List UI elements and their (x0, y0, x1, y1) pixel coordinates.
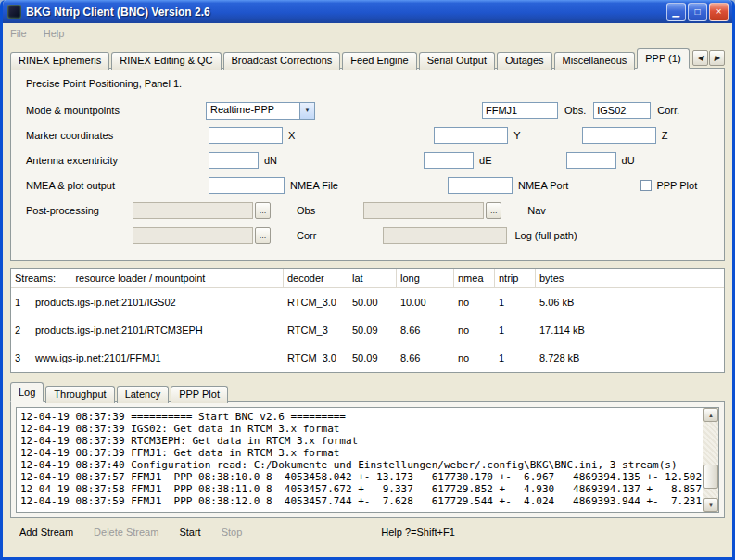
form-row-postprocessing-1: Post-processing ... Obs ... Nav (20, 201, 715, 220)
header-nmea: nmea (454, 269, 495, 288)
browse-obs-button[interactable]: ... (255, 202, 271, 219)
form-row-nmea: NMEA & plot output NMEA File NMEA Port P… (20, 176, 715, 195)
antenna-dn-field[interactable] (209, 152, 259, 169)
header-lat: lat (348, 269, 397, 288)
log-line: 12-04-19 08:37:40 Configuration read: C:… (20, 459, 699, 471)
nmea-port-label: NMEA Port (518, 180, 568, 191)
tab-ppp-1[interactable]: PPP (1) (637, 48, 689, 69)
nmea-file-field[interactable] (209, 177, 285, 194)
scrollbar-track[interactable] (703, 422, 718, 498)
scrollbar-thumb[interactable] (703, 465, 718, 489)
marker-z-field[interactable] (582, 127, 656, 144)
app-icon (7, 5, 21, 19)
post-corr-label: Corr (297, 230, 316, 241)
post-obs-field (133, 202, 253, 219)
title-bar: BKG Ntrip Client (BNC) Version 2.6 ▁ □ × (3, 0, 732, 23)
table-row[interactable]: 3 www.igs-ip.net:2101/FFMJ1 RTCM_3.0 50.… (11, 344, 724, 372)
form-row-antenna: Antenna excentricity dN dE dU (20, 151, 715, 170)
du-label: dU (622, 155, 635, 166)
antenna-de-field[interactable] (424, 152, 474, 169)
post-processing-label: Post-processing (20, 205, 130, 216)
log-panel: 12-04-19 08:37:39 ========== Start BNC v… (10, 401, 725, 518)
log-line: 12-04-19 08:37:39 FFMJ1: Get data in RTC… (20, 447, 699, 459)
cell-lat: 50.09 (348, 325, 397, 336)
cell-decoder: RTCM_3 (284, 325, 348, 336)
log-line: 12-04-19 08:37:39 ========== Start BNC v… (20, 411, 699, 423)
z-label: Z (662, 130, 668, 141)
tab-scroll-buttons: ◀ ▶ (692, 50, 725, 66)
scroll-up-button[interactable]: ▲ (703, 408, 718, 422)
browse-corr-button[interactable]: ... (255, 227, 271, 244)
tab-latency[interactable]: Latency (117, 386, 170, 403)
menu-file[interactable]: File (10, 28, 27, 39)
tab-serial-output[interactable]: Serial Output (419, 52, 495, 70)
cell-lat: 50.00 (348, 297, 397, 308)
minimize-button[interactable]: ▁ (666, 3, 686, 21)
arrow-left-icon: ◀ (697, 54, 703, 62)
tab-ppp-plot[interactable]: PPP Plot (171, 386, 228, 403)
form-row-mode: Mode & mountpoints Realtime-PPP ▼ Obs. C… (20, 101, 715, 120)
corr-mountpoint-field[interactable] (593, 102, 651, 119)
cell-mountpoint: www.igs-ip.net:2101/FFMJ1 (32, 352, 284, 363)
cell-ntrip: 1 (495, 297, 536, 308)
marker-y-field[interactable] (434, 127, 508, 144)
ppp-mode-combobox[interactable]: Realtime-PPP ▼ (206, 102, 315, 120)
browse-nav-button[interactable]: ... (486, 202, 501, 219)
y-label: Y (513, 130, 520, 141)
antenna-du-field[interactable] (566, 152, 616, 169)
table-row[interactable]: 2 products.igs-ip.net:2101/RTCM3EPH RTCM… (11, 316, 724, 344)
ppp-plot-checkbox[interactable] (640, 180, 652, 191)
tab-scroll-right-button[interactable]: ▶ (709, 50, 725, 66)
start-button[interactable]: Start (179, 527, 200, 538)
obs-mountpoint-field[interactable] (482, 102, 558, 119)
arrow-right-icon: ▶ (714, 54, 719, 62)
scroll-up-icon: ▲ (708, 413, 714, 418)
add-stream-button[interactable]: Add Stream (19, 527, 73, 538)
post-nav-field (363, 202, 484, 219)
tab-rinex-editing-qc[interactable]: RINEX Editing & QC (111, 52, 221, 70)
streams-table: Streams: resource loader / mountpoint de… (10, 268, 725, 373)
tab-miscellaneous[interactable]: Miscellaneous (554, 52, 636, 70)
delete-stream-button[interactable]: Delete Stream (94, 527, 158, 538)
nmea-port-field[interactable] (448, 177, 513, 194)
tab-throughput[interactable]: Throughput (45, 386, 114, 403)
scroll-down-icon: ▼ (708, 503, 714, 508)
tab-rinex-ephemeris[interactable]: RINEX Ephemeris (10, 52, 109, 70)
tab-broadcast-corrections[interactable]: Broadcast Corrections (223, 52, 341, 70)
chevron-down-icon[interactable]: ▼ (299, 103, 314, 119)
cell-decoder: RTCM_3.0 (284, 352, 348, 363)
log-scrollbar[interactable]: ▲ ▼ (703, 408, 718, 512)
obs-label: Obs. (564, 105, 586, 116)
cell-ntrip: 1 (495, 325, 536, 336)
log-line: 12-04-19 08:37:57 FFMJ1 PPP 08:38:10.0 8… (20, 471, 699, 483)
row-number: 1 (11, 297, 32, 308)
tab-feed-engine[interactable]: Feed Engine (342, 52, 416, 70)
close-button[interactable]: × (709, 3, 729, 21)
header-bytes: bytes (536, 269, 724, 288)
tab-scroll-left-button[interactable]: ◀ (692, 50, 708, 66)
post-obs-label: Obs (297, 205, 315, 216)
ppp-mode-value: Realtime-PPP (207, 103, 299, 119)
x-label: X (288, 130, 295, 141)
maximize-button[interactable]: □ (688, 3, 707, 21)
cell-long: 8.66 (397, 352, 454, 363)
menu-help[interactable]: Help (44, 28, 65, 39)
post-nav-label: Nav (527, 205, 546, 216)
post-log-label: Log (full path) (514, 230, 577, 241)
marker-coordinates-label: Marker coordinates (20, 130, 206, 141)
form-row-marker: Marker coordinates X Y Z (20, 126, 715, 145)
stop-button[interactable]: Stop (222, 527, 243, 538)
close-icon: × (716, 7, 722, 17)
de-label: dE (479, 155, 491, 166)
scroll-down-button[interactable]: ▼ (703, 498, 718, 512)
marker-x-field[interactable] (209, 127, 283, 144)
row-number: 2 (11, 325, 32, 336)
log-line: 12-04-19 08:37:39 IGS02: Get data in RTC… (20, 423, 699, 435)
log-line: 12-04-19 08:37:58 FFMJ1 PPP 08:38:11.0 8… (20, 483, 699, 495)
table-row[interactable]: 1 products.igs-ip.net:2101/IGS02 RTCM_3.… (11, 288, 724, 316)
maximize-icon: □ (694, 7, 700, 17)
tab-outages[interactable]: Outages (497, 52, 552, 70)
tab-log[interactable]: Log (10, 382, 44, 402)
cell-long: 8.66 (397, 325, 454, 336)
bottom-action-bar: Add Stream Delete Stream Start Stop Help… (10, 518, 725, 538)
